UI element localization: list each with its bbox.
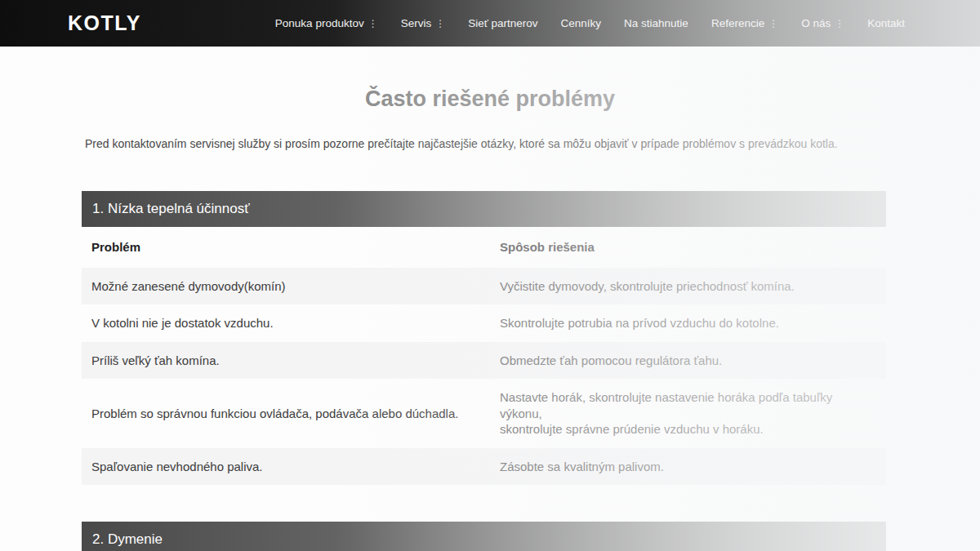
dropdown-dots-icon: ⋮ <box>435 19 445 29</box>
section-header-2[interactable]: 2. Dymenie <box>82 522 886 551</box>
nav-item-label: O nás <box>801 17 831 29</box>
dropdown-dots-icon: ⋮ <box>768 19 778 29</box>
nav-item-label: Servis <box>401 17 432 29</box>
faq-content: 1. Nízka tepelná účinnosť Problém Spôsob… <box>82 191 886 551</box>
table-row: Spaľovanie nevhodného paliva. Zásobte sa… <box>82 448 886 486</box>
intro-text: Pred kontaktovaním servisnej služby si p… <box>85 137 902 150</box>
nav-item-referencie[interactable]: Referencie ⋮ <box>711 17 778 29</box>
table-header-row: Problém Spôsob riešenia <box>82 227 886 268</box>
section-title: 2. Dymenie <box>92 531 163 548</box>
nav-item-label: Ponuka produktov <box>275 17 364 29</box>
problem-cell: Spaľovanie nevhodného paliva. <box>82 448 490 486</box>
section-title: 1. Nízka tepelná účinnosť <box>92 201 250 217</box>
solution-cell: Nastavte horák, skontrolujte nastavenie … <box>490 379 886 448</box>
dropdown-dots-icon: ⋮ <box>835 19 844 29</box>
column-header-solution: Spôsob riešenia <box>490 227 886 268</box>
main-content: Často riešené problémy Pred kontaktovaní… <box>0 87 980 551</box>
nav-item-label: Na stiahnutie <box>624 17 688 29</box>
faq-table: Problém Spôsob riešenia Možné zanesené d… <box>82 227 886 485</box>
nav-item-label: Referencie <box>711 17 764 29</box>
table-row: Príliš veľký ťah komína. Obmedzte ťah po… <box>82 342 886 380</box>
nav-item-label: Cenníky <box>561 17 602 29</box>
problem-cell: V kotolni nie je dostatok vzduchu. <box>82 304 490 342</box>
solution-cell: Vyčistite dymovody, skontrolujte priecho… <box>490 268 886 305</box>
nav-item-cenniky[interactable]: Cenníky <box>561 17 602 29</box>
brand-logo[interactable]: KOTLY <box>68 11 141 35</box>
nav-item-label: Sieť partnerov <box>468 17 537 29</box>
solution-cell: Obmedzte ťah pomocou regulátora ťahu. <box>490 342 886 380</box>
solution-cell: Zásobte sa kvalitným palivom. <box>490 448 886 486</box>
nav-item-servis[interactable]: Servis ⋮ <box>401 17 446 29</box>
column-header-problem: Problém <box>82 227 490 268</box>
nav-item-kontakt[interactable]: Kontakt <box>867 17 905 29</box>
problem-cell: Problém so správnou funkciou ovládača, p… <box>82 379 490 448</box>
nav-item-siet-partnerov[interactable]: Sieť partnerov <box>468 17 537 29</box>
dropdown-dots-icon: ⋮ <box>368 19 378 29</box>
page-title: Často riešené problémy <box>0 87 980 112</box>
section-header-1[interactable]: 1. Nízka tepelná účinnosť <box>82 191 886 227</box>
nav-item-na-stiahnutie[interactable]: Na stiahnutie <box>624 17 688 29</box>
solution-cell: Skontrolujte potrubia na prívod vzduchu … <box>490 304 886 342</box>
nav-item-o-nas[interactable]: O nás ⋮ <box>801 17 844 29</box>
main-nav: Ponuka produktov ⋮ Servis ⋮ Sieť partner… <box>275 17 905 29</box>
problem-cell: Možné zanesené dymovody(komín) <box>82 268 490 305</box>
table-row: Možné zanesené dymovody(komín) Vyčistite… <box>82 268 886 305</box>
nav-item-ponuka-produktov[interactable]: Ponuka produktov ⋮ <box>275 17 378 29</box>
nav-item-label: Kontakt <box>867 17 905 29</box>
table-row: V kotolni nie je dostatok vzduchu. Skont… <box>82 304 886 342</box>
table-row: Problém so správnou funkciou ovládača, p… <box>82 379 886 448</box>
problem-cell: Príliš veľký ťah komína. <box>82 342 490 380</box>
top-nav-bar: KOTLY Ponuka produktov ⋮ Servis ⋮ Sieť p… <box>0 0 980 47</box>
page: KOTLY Ponuka produktov ⋮ Servis ⋮ Sieť p… <box>0 0 980 551</box>
